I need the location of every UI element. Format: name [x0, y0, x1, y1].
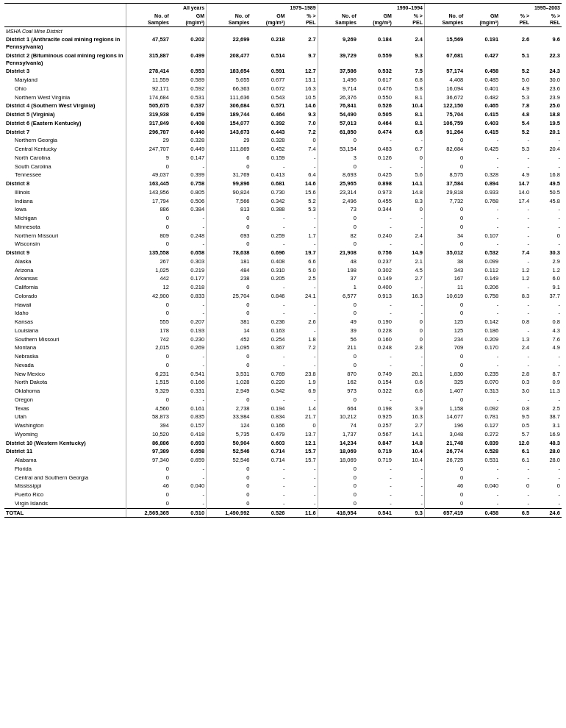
cell-y79_pct: - — [286, 352, 318, 361]
cell-y95_pct: 5.7 — [500, 430, 531, 439]
cell-y90_n: 21,908 — [318, 249, 358, 257]
cell-ay_gm: 0.230 — [171, 335, 207, 344]
y95-gm-header: GM(mg/m³) — [465, 12, 500, 27]
cell-y95_gm: - — [465, 499, 500, 508]
cell-y90_pct: - — [393, 223, 425, 232]
cell-y95_pct: 2.6 — [500, 35, 531, 51]
row-name: District 3 — [4, 67, 126, 76]
list-item: South Carolina0-0--0--0--- — [4, 163, 562, 171]
cell-ay_n: 247,707 — [126, 145, 171, 154]
row-name: Illinois — [4, 188, 126, 197]
cell-y79_pct: 2.7 — [286, 35, 318, 51]
cell-y79_pct: 2.5 — [286, 274, 318, 283]
cell-y95_gm: 0.768 — [465, 197, 500, 206]
cell-ay_gm: 0.758 — [171, 179, 207, 188]
cell-ay_gm: 0.658 — [171, 447, 207, 456]
cell-y95_rel: 4.3 — [531, 326, 562, 335]
cell-y95_pct: - — [500, 154, 531, 163]
row-name: Indiana — [4, 197, 126, 206]
cell-y90_pct: - — [393, 361, 425, 370]
cell-y95_n: 0 — [424, 396, 465, 404]
cell-y95_pct: 8.3 — [500, 292, 531, 301]
cell-y79_gm: 0.310 — [251, 266, 287, 275]
cell-y95_rel: - — [531, 240, 562, 249]
list-item: New Mexico6,2310.5413,5310.76923.88700.7… — [4, 370, 562, 379]
cell-y79_gm: - — [251, 482, 287, 490]
cell-ay_n: 319,938 — [126, 110, 171, 119]
row-name: North Dakota — [4, 378, 126, 387]
cell-y79_gm: - — [251, 240, 287, 249]
cell-y90_pct: 7.5 — [393, 67, 425, 76]
row-name: Southern Missouri — [4, 335, 126, 344]
cell-y79_gm: - — [251, 352, 287, 361]
row-name: Kansas — [4, 318, 126, 326]
cell-y79_n: 0 — [207, 352, 251, 361]
cell-y79_pct: 9.3 — [286, 110, 318, 119]
cell-ay_gm: 0.589 — [171, 76, 207, 85]
cell-y95_pct: 5.1 — [500, 51, 531, 68]
cell-y79_n: 452 — [207, 335, 251, 344]
row-name: Nevada — [4, 361, 126, 370]
cell-y95_n: 38 — [424, 257, 465, 266]
cell-y79_gm: 0.388 — [251, 205, 287, 214]
cell-y79_n: 33,984 — [207, 413, 251, 421]
cell-y95_pct: - — [500, 257, 531, 266]
cell-y90_pct: 6.6 — [393, 128, 425, 137]
cell-y90_gm: - — [358, 490, 393, 499]
cell-y95_n: 1,830 — [424, 370, 465, 379]
cell-y95_gm: 0.206 — [465, 283, 500, 292]
cell-y90_gm: 0.532 — [358, 67, 393, 76]
cell-ay_n: 0 — [126, 474, 171, 482]
cell-y95_rel: 30.3 — [531, 249, 562, 257]
cell-y95_gm: 0.099 — [465, 257, 500, 266]
cell-y79_n: 52,546 — [207, 456, 251, 465]
cell-y90_pct: 14.1 — [393, 179, 425, 188]
y95-samples-header: No. ofSamples — [424, 12, 465, 27]
cell-y79_gm: - — [251, 163, 287, 171]
row-name: TOTAL — [4, 508, 126, 518]
row-name: Iowa — [4, 205, 126, 214]
cell-y95_rel: 0.9 — [531, 378, 562, 387]
list-item: Northern Georgia290.328290.32800--0--- — [4, 136, 562, 145]
row-name: District 6 (Eastern Kentucky) — [4, 119, 126, 128]
cell-y79_pct: 7.0 — [286, 119, 318, 128]
row-name: Wisconsin — [4, 240, 126, 249]
cell-ay_n: 92,171 — [126, 85, 171, 93]
cell-ay_gm: 0.408 — [171, 119, 207, 128]
cell-y95_n: 125 — [424, 326, 465, 335]
cell-y95_gm: 0.458 — [465, 67, 500, 76]
cell-y95_pct: 0.3 — [500, 378, 531, 387]
cell-y95_n: 0 — [424, 352, 465, 361]
cell-y90_gm: - — [358, 482, 393, 490]
cell-y95_gm: 0.149 — [465, 274, 500, 283]
cell-ay_n: 9 — [126, 154, 171, 163]
row-name: Ohio — [4, 85, 126, 93]
cell-y90_n: 25,965 — [318, 179, 358, 188]
row-name: Arizona — [4, 266, 126, 275]
district-row: District 1197,3890.65852,5460.71415.718,… — [4, 447, 562, 456]
cell-ay_gm: - — [171, 352, 207, 361]
cell-y90_pct: 2.1 — [393, 257, 425, 266]
cell-y90_n: 61,850 — [318, 128, 358, 137]
cell-y90_gm: 0.483 — [358, 145, 393, 154]
cell-y90_n: 0 — [318, 163, 358, 171]
data-table: All years 1979–1989 1990–1994 1995–2003 … — [4, 3, 562, 518]
cell-y79_pct: 10.5 — [286, 93, 318, 102]
cell-y90_pct: 5.6 — [393, 171, 425, 179]
cell-y90_n: 0 — [318, 465, 358, 474]
cell-y90_n: 0 — [318, 136, 358, 145]
cell-y90_gm: 0.617 — [358, 76, 393, 85]
cell-y90_n: 162 — [318, 378, 358, 387]
cell-y90_pct: 10.4 — [393, 456, 425, 465]
row-name: Wyoming — [4, 430, 126, 439]
cell-y79_gm: 0.236 — [251, 318, 287, 326]
cell-y95_gm: - — [465, 361, 500, 370]
cell-ay_gm: 0.833 — [171, 292, 207, 301]
cell-y79_gm: 0.681 — [251, 179, 287, 188]
cell-y95_gm: - — [465, 163, 500, 171]
cell-y79_pct: - — [286, 301, 318, 310]
cell-y90_n: 0 — [318, 309, 358, 318]
cell-y95_rel: 0.8 — [531, 318, 562, 326]
cell-y79_pct: - — [286, 465, 318, 474]
cell-y79_n: 0 — [207, 309, 251, 318]
